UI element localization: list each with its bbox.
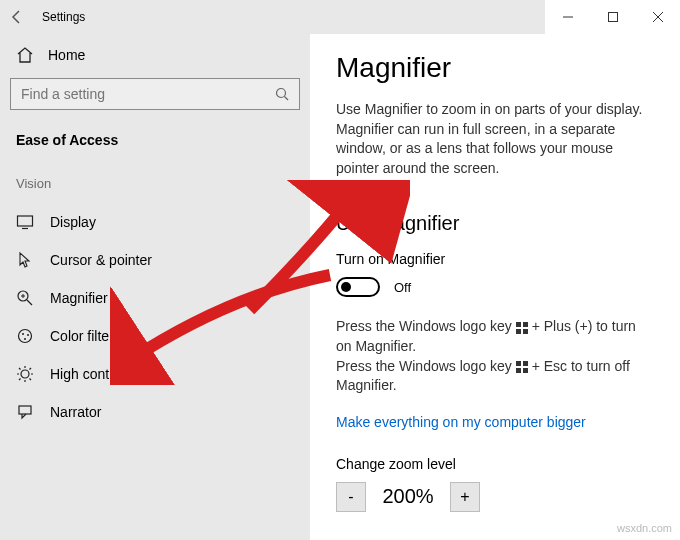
svg-point-13 xyxy=(24,338,26,340)
magnifier-icon xyxy=(16,289,34,307)
page-description: Use Magnifier to zoom in on parts of you… xyxy=(336,100,654,178)
search-box[interactable] xyxy=(10,78,300,110)
high-contrast-icon xyxy=(16,365,34,383)
hint-turn-off: Press the Windows logo key + Esc to turn… xyxy=(336,357,654,396)
svg-rect-26 xyxy=(516,329,521,334)
sidebar-item-cursor-pointer[interactable]: Cursor & pointer xyxy=(10,241,300,279)
svg-point-2 xyxy=(277,89,286,98)
close-button[interactable] xyxy=(635,0,680,34)
sidebar-item-narrator[interactable]: Narrator xyxy=(10,393,300,431)
svg-line-21 xyxy=(19,379,21,381)
svg-rect-23 xyxy=(19,406,31,414)
sidebar-item-display[interactable]: Display xyxy=(10,203,300,241)
maximize-button[interactable] xyxy=(590,0,635,34)
watermark: wsxdn.com xyxy=(617,522,672,534)
maximize-icon xyxy=(608,12,618,22)
zoom-decrease-button[interactable]: - xyxy=(336,482,366,512)
home-icon xyxy=(16,46,34,64)
turn-on-magnifier-label: Turn on Magnifier xyxy=(336,251,654,267)
back-button[interactable] xyxy=(0,0,34,34)
sidebar-item-high-contrast[interactable]: High contrast xyxy=(10,355,300,393)
sidebar-item-label: Display xyxy=(50,214,96,230)
sidebar-item-magnifier[interactable]: Magnifier xyxy=(10,279,300,317)
narrator-icon xyxy=(16,403,34,421)
zoom-value: 200% xyxy=(374,485,442,508)
sidebar-item-color-filters[interactable]: Color filters xyxy=(10,317,300,355)
svg-line-19 xyxy=(19,368,21,370)
sidebar-home-label: Home xyxy=(48,47,85,63)
sidebar: Home Ease of Access Vision Display Curso… xyxy=(0,34,310,540)
svg-line-3 xyxy=(285,97,289,101)
sidebar-subgroup-label: Vision xyxy=(10,176,300,203)
svg-point-10 xyxy=(19,330,32,343)
link-make-bigger[interactable]: Make everything on my computer bigger xyxy=(336,414,586,430)
minimize-button[interactable] xyxy=(545,0,590,34)
sidebar-home[interactable]: Home xyxy=(10,34,300,78)
svg-rect-28 xyxy=(516,361,521,366)
sidebar-item-label: Cursor & pointer xyxy=(50,252,152,268)
svg-point-11 xyxy=(22,333,24,335)
svg-rect-1 xyxy=(608,13,617,22)
svg-point-12 xyxy=(27,334,29,336)
sidebar-item-label: High contrast xyxy=(50,366,132,382)
main-panel: Magnifier Use Magnifier to zoom in on pa… xyxy=(310,34,680,540)
sidebar-item-label: Magnifier xyxy=(50,290,108,306)
windows-logo-icon xyxy=(516,361,528,373)
svg-rect-24 xyxy=(516,322,521,327)
window-title: Settings xyxy=(34,10,85,24)
magnifier-toggle[interactable] xyxy=(336,277,380,297)
zoom-level-label: Change zoom level xyxy=(336,456,654,472)
toggle-state-label: Off xyxy=(394,280,411,295)
arrow-left-icon xyxy=(9,9,25,25)
search-icon xyxy=(275,87,289,101)
svg-rect-4 xyxy=(18,216,33,226)
svg-point-14 xyxy=(21,370,29,378)
sidebar-item-label: Color filters xyxy=(50,328,121,344)
minimize-icon xyxy=(563,12,573,22)
search-input[interactable] xyxy=(21,86,271,102)
windows-logo-icon xyxy=(516,322,528,334)
svg-line-7 xyxy=(27,300,32,305)
page-title: Magnifier xyxy=(336,52,654,84)
close-icon xyxy=(653,12,663,22)
svg-line-20 xyxy=(30,379,32,381)
section-use-magnifier: Use Magnifier xyxy=(336,212,654,235)
sidebar-item-label: Narrator xyxy=(50,404,101,420)
color-filters-icon xyxy=(16,327,34,345)
hint-turn-on: Press the Windows logo key + Plus (+) to… xyxy=(336,317,654,356)
display-icon xyxy=(16,213,34,231)
cursor-icon xyxy=(16,251,34,269)
svg-rect-30 xyxy=(516,368,521,373)
svg-line-22 xyxy=(30,368,32,370)
zoom-increase-button[interactable]: + xyxy=(450,482,480,512)
titlebar: Settings xyxy=(0,0,680,34)
sidebar-group-label: Ease of Access xyxy=(10,128,300,176)
